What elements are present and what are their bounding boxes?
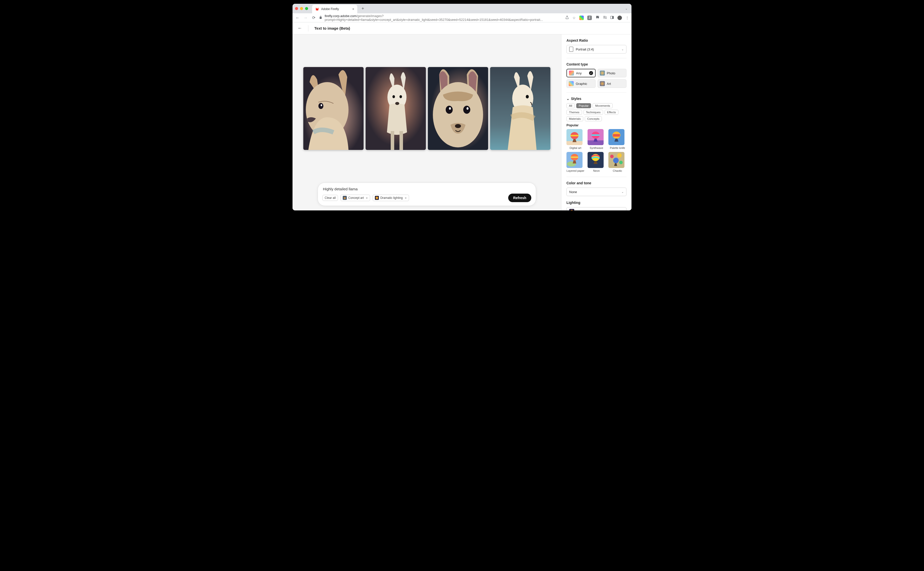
aspect-ratio-label: Aspect Ratio <box>566 39 626 42</box>
svg-rect-33 <box>613 134 620 137</box>
tabs-dropdown-icon[interactable]: ⌄ <box>625 7 629 10</box>
remove-chip-icon[interactable]: × <box>405 196 407 200</box>
clear-all-button[interactable]: Clear all <box>322 195 338 201</box>
chevron-down-icon: ⌄ <box>622 210 624 211</box>
url-host: firefly.corp.adobe.com <box>325 14 356 18</box>
svg-point-5 <box>318 103 323 109</box>
content-type-art[interactable]: Art <box>598 79 627 88</box>
filter-themes[interactable]: Themes <box>566 110 582 115</box>
styles-section-title: Popular <box>566 123 626 127</box>
canvas-area: Highly detailed llama Clear all Concept … <box>293 34 561 210</box>
art-thumb-icon <box>600 81 605 86</box>
balloon-thumb-icon <box>566 152 583 168</box>
new-tab-button[interactable]: + <box>359 6 366 11</box>
style-layered-paper[interactable]: Layered paper <box>566 152 585 172</box>
chevron-down-icon: ⌄ <box>622 190 624 194</box>
styles-toggle[interactable]: ⌄ Styles <box>566 97 626 101</box>
generated-image[interactable] <box>428 67 488 150</box>
svg-point-23 <box>526 95 529 99</box>
browser-tab[interactable]: Adobe Firefly × <box>312 5 357 13</box>
extensions-puzzle-icon[interactable] <box>595 15 599 20</box>
style-synthwave[interactable]: Synthwave <box>588 129 606 150</box>
any-thumb-icon <box>569 71 574 76</box>
svg-rect-9 <box>391 131 394 150</box>
reload-button[interactable]: ⟳ <box>311 15 316 20</box>
style-chip[interactable]: Concept art × <box>341 194 370 201</box>
prompt-bar: Highly detailed llama Clear all Concept … <box>318 182 536 206</box>
filter-techniques[interactable]: Techniques <box>583 110 603 115</box>
app-back-button[interactable]: ← <box>298 26 302 31</box>
content-type-photo[interactable]: Photo <box>598 69 627 77</box>
generated-image[interactable] <box>490 67 551 150</box>
graphic-thumb-icon <box>569 81 574 86</box>
lighting-select[interactable]: Dramatic lighting ⌄ <box>566 207 626 210</box>
address-bar[interactable]: firefly.corp.adobe.com/generate/images?p… <box>319 14 562 22</box>
chevron-down-icon: ⌄ <box>622 48 624 51</box>
concept-art-thumb-icon <box>343 196 347 200</box>
svg-point-41 <box>619 161 623 164</box>
style-filter-row: All Popular Movements Themes Techniques … <box>566 103 626 121</box>
side-panel-icon[interactable] <box>610 15 614 20</box>
content-type-graphic[interactable]: Graphic <box>566 79 595 88</box>
extension-z-icon[interactable]: Z <box>587 15 592 20</box>
url-path: /generate/images?prompt=Highly+detailed+… <box>325 14 543 22</box>
refresh-button[interactable]: Refresh <box>508 194 531 202</box>
forward-button[interactable]: → <box>303 15 308 20</box>
balloon-thumb-icon <box>566 129 583 145</box>
close-window-icon[interactable] <box>295 7 298 10</box>
svg-point-38 <box>610 155 614 158</box>
balloon-thumb-icon <box>588 129 604 145</box>
svg-point-19 <box>466 107 469 110</box>
balloon-thumb-icon <box>588 152 604 168</box>
browser-chrome: Adobe Firefly × + ⌄ ← → ⟳ firefly.corp.a… <box>293 4 631 22</box>
bookmark-icon[interactable]: ☆ <box>572 16 576 20</box>
filter-materials[interactable]: Materials <box>566 116 583 121</box>
svg-point-40 <box>613 158 619 163</box>
dramatic-lighting-thumb-icon <box>569 209 574 210</box>
svg-rect-2 <box>612 16 613 19</box>
share-icon[interactable] <box>565 15 569 20</box>
svg-point-16 <box>446 106 453 114</box>
generated-image[interactable] <box>303 67 364 150</box>
extension-icon[interactable] <box>579 15 584 20</box>
settings-sidebar: Aspect Ratio Portrait (3:4) ⌄ Content ty… <box>561 34 631 210</box>
style-chip[interactable]: Dramatic lighting × <box>373 194 409 201</box>
kebab-menu-icon[interactable]: ⋮ <box>625 16 629 20</box>
svg-point-27 <box>376 197 378 199</box>
svg-point-12 <box>400 95 402 98</box>
lighting-label: Lighting <box>566 201 626 205</box>
style-chaotic[interactable]: Chaotic <box>608 152 626 172</box>
style-neon[interactable]: Neon <box>588 152 606 172</box>
maximize-window-icon[interactable] <box>305 7 308 10</box>
content-type-any[interactable]: Any ✓ <box>566 69 595 77</box>
filter-concepts[interactable]: Concepts <box>585 116 602 121</box>
prompt-input[interactable]: Highly detailed llama <box>322 186 531 194</box>
photo-thumb-icon <box>600 71 605 76</box>
svg-point-39 <box>617 153 622 158</box>
balloon-thumb-icon <box>608 129 625 145</box>
back-button[interactable]: ← <box>295 15 300 20</box>
generated-image[interactable] <box>366 67 426 150</box>
reading-list-icon[interactable] <box>603 15 607 20</box>
svg-point-6 <box>321 104 322 106</box>
color-tone-select[interactable]: None ⌄ <box>566 188 626 196</box>
style-digital-art[interactable]: Digital art <box>566 129 585 150</box>
window-controls[interactable] <box>295 7 308 10</box>
remove-chip-icon[interactable]: × <box>366 196 368 200</box>
minimize-window-icon[interactable] <box>300 7 303 10</box>
svg-point-17 <box>463 106 470 114</box>
svg-point-18 <box>449 107 451 110</box>
profile-avatar-icon[interactable] <box>617 15 622 20</box>
page-title: Text to image (Beta) <box>315 26 350 30</box>
aspect-ratio-select[interactable]: Portrait (3:4) ⌄ <box>566 45 626 54</box>
svg-rect-0 <box>319 17 322 19</box>
balloon-thumb-icon <box>608 152 625 168</box>
content-type-label: Content type <box>566 62 626 66</box>
filter-effects[interactable]: Effects <box>605 110 619 115</box>
filter-popular[interactable]: Popular <box>576 103 591 108</box>
divider <box>308 25 309 31</box>
style-palette-knife[interactable]: Palette knife <box>608 129 626 150</box>
close-tab-icon[interactable]: × <box>352 7 354 11</box>
filter-all[interactable]: All <box>566 103 575 108</box>
filter-movements[interactable]: Movements <box>592 103 612 108</box>
